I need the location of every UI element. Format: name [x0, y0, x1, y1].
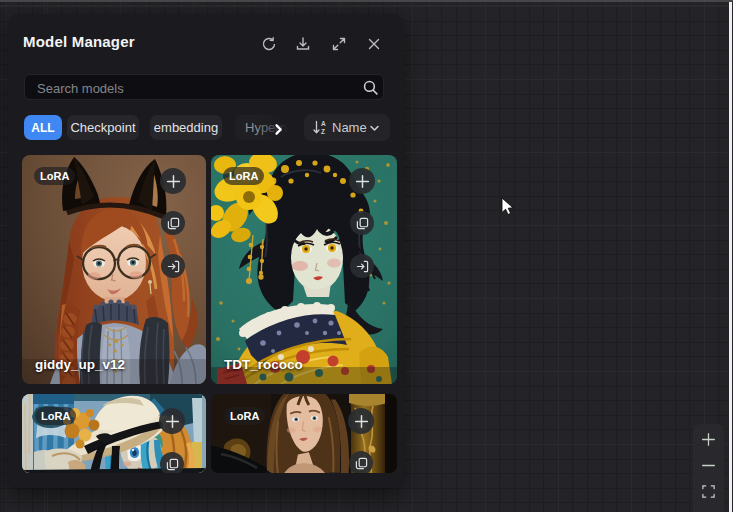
svg-text:Z: Z	[321, 128, 325, 135]
svg-text:A: A	[321, 120, 326, 127]
